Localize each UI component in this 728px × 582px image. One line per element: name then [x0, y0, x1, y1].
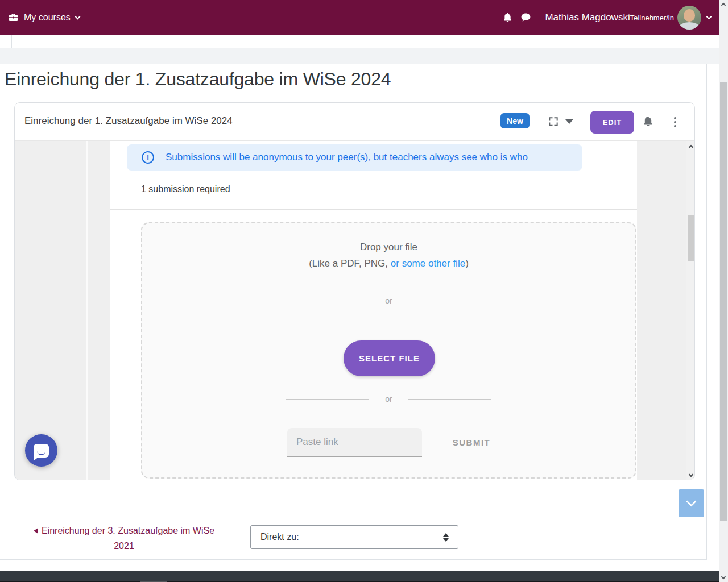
chat-bubble-icon [34, 444, 49, 458]
info-banner: i Submissions will be anonymous to your … [127, 144, 582, 171]
chevron-down-icon [75, 14, 80, 20]
scroll-up-arrow-icon[interactable] [721, 3, 726, 7]
site-footer [0, 571, 719, 581]
activity-card-header: Einreichung der 1. Zusatzaufgabe im WiSe… [15, 103, 694, 141]
scroll-down-arrow-icon[interactable] [689, 472, 693, 477]
bell-icon [502, 12, 513, 23]
bell-icon [642, 115, 654, 128]
iframe-scrollbar[interactable] [686, 141, 695, 480]
submission-panel: i Submissions will be anonymous to your … [110, 141, 637, 480]
submit-button[interactable]: SUBMIT [440, 428, 503, 457]
activity-card-title: Einreichung der 1. Zusatzaufgabe im WiSe… [24, 115, 233, 127]
or-divider: or [142, 296, 635, 305]
caret-down-icon[interactable] [565, 119, 573, 124]
chat-fab-button[interactable] [25, 434, 57, 467]
fullscreen-icon [548, 116, 559, 127]
scrollbar-thumb[interactable] [688, 215, 695, 261]
paste-link-input[interactable] [287, 428, 422, 457]
divider [110, 209, 637, 210]
chevron-down-icon [706, 14, 712, 20]
kebab-menu-button[interactable] [670, 114, 680, 131]
user-role: Teilnehmer/in [630, 14, 674, 22]
my-courses-label: My courses [24, 13, 71, 23]
avatar [677, 6, 701, 30]
messages-button[interactable] [516, 9, 535, 27]
jump-to-select[interactable]: Direkt zu: [250, 525, 458, 549]
notifications-button[interactable] [498, 9, 516, 27]
scroll-up-arrow-icon[interactable] [689, 145, 693, 149]
scroll-down-arrow-icon[interactable] [721, 575, 726, 579]
info-icon: i [142, 151, 154, 164]
edit-button[interactable]: EDIT [590, 111, 634, 134]
page-title: Einreichung der 1. Zusatzaufgabe im WiSe… [5, 69, 630, 90]
divider [86, 141, 88, 480]
my-courses-menu[interactable]: My courses [8, 13, 80, 23]
page-scrollbar[interactable] [719, 0, 728, 582]
or-divider: or [142, 394, 635, 404]
prev-activity-label: Einreichung der 3. Zusatzaufgabe im WiSe… [42, 526, 214, 551]
select-arrows-icon [443, 533, 449, 542]
scroll-down-button[interactable] [679, 489, 704, 517]
activity-card: Einreichung der 1. Zusatzaufgabe im WiSe… [14, 102, 695, 480]
notification-bell-button[interactable] [642, 115, 654, 128]
other-file-link[interactable]: or some other file [391, 258, 465, 269]
select-file-button[interactable]: SELECT FILE [344, 340, 435, 376]
prev-activity-link[interactable]: Einreichung der 3. Zusatzaufgabe im WiSe… [27, 523, 221, 554]
jump-to-label: Direkt zu: [260, 532, 299, 542]
user-menu[interactable]: Mathias Magdowski Teilnehmer/in [535, 6, 711, 30]
chevron-down-icon [686, 496, 696, 506]
embedded-tool-body: i Submissions will be anonymous to your … [15, 141, 695, 480]
dropzone-hint: (Like a PDF, PNG, or some other file) [142, 258, 635, 269]
briefcase-icon [8, 13, 19, 23]
fullscreen-button[interactable] [547, 115, 560, 128]
submission-requirement: 1 submission required [141, 184, 230, 194]
previous-section-remnant [11, 35, 712, 48]
dropzone-title: Drop your file [142, 242, 635, 253]
top-navbar: My courses Mathias Magdowski Teilnehmer/… [0, 0, 719, 35]
info-banner-text: Submissions will be anonymous to your pe… [166, 152, 528, 163]
new-badge: New [500, 113, 530, 128]
user-name: Mathias Magdowski [545, 12, 630, 23]
page-gap [0, 48, 719, 64]
chat-icon [520, 12, 532, 23]
file-dropzone[interactable]: Drop your file (Like a PDF, PNG, or some… [141, 222, 636, 479]
left-arrow-icon [34, 528, 38, 534]
scrollbar-thumb[interactable] [720, 82, 727, 521]
